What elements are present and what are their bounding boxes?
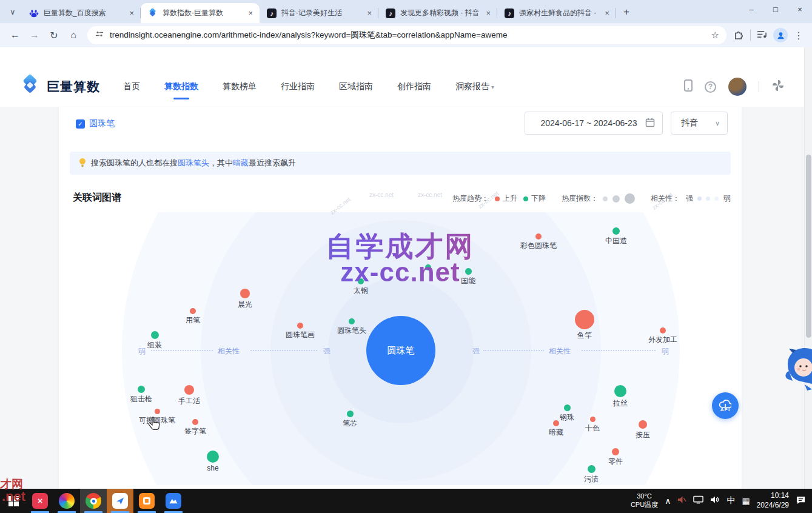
chrome-icon <box>86 493 101 509</box>
minimize-button[interactable]: – <box>739 0 763 18</box>
maximize-button[interactable]: □ <box>763 0 788 18</box>
browser-tab-5[interactable]: ♪♪♪ 强家村生鲜食品的抖音 - 抖音 × <box>497 3 616 23</box>
mobile-app-icon[interactable] <box>684 79 693 94</box>
axis-dotted-segment <box>250 350 317 351</box>
close-icon[interactable]: × <box>246 8 255 18</box>
url-text[interactable]: trendinsight.oceanengine.com/arithmetic-… <box>110 30 706 41</box>
close-icon[interactable]: × <box>365 8 374 18</box>
mascot-character[interactable] <box>780 347 812 397</box>
chart-point-label: she <box>207 464 218 472</box>
network-display-icon[interactable] <box>693 495 703 506</box>
close-icon[interactable]: × <box>484 8 492 18</box>
chart-point-label: 圆珠笔头 <box>337 326 366 336</box>
address-bar[interactable]: trendinsight.oceanengine.com/arithmetic-… <box>87 26 726 44</box>
axis-dotted-segment <box>582 350 656 351</box>
tab-title: 强家村生鲜食品的抖音 - 抖音 <box>519 8 598 18</box>
ime-keyboard-icon[interactable]: ▦ <box>742 496 750 506</box>
user-avatar[interactable] <box>728 78 747 96</box>
platform-value: 抖音 <box>681 118 715 129</box>
trend-up-dot <box>590 417 596 422</box>
site-settings-icon[interactable] <box>95 29 104 41</box>
taskbar-app-blue[interactable] <box>160 489 187 513</box>
chart-point-label: 鱼竿 <box>577 330 592 341</box>
taskbar-app-orange[interactable] <box>133 489 160 513</box>
site-header: 巨量算数 首页 算数指数 算数榜单 行业指南 区域指南 创作指南 洞察报告▾ ? <box>0 67 804 107</box>
browser-tabstrip: ∨ 巨量算数_百度搜索 × 算数指数-巨量算数 × ♪♪♪ 抖音-记录美好生活 … <box>0 0 812 23</box>
window-close-button[interactable]: × <box>788 0 812 18</box>
chart-point-label: 零件 <box>608 457 623 467</box>
taskbar-app-chrome[interactable] <box>80 489 107 513</box>
site-logo[interactable]: 巨量算数 <box>19 75 100 99</box>
forward-icon[interactable]: → <box>25 26 44 44</box>
nav-item-reports[interactable]: 洞察报告▾ <box>455 76 494 97</box>
platform-select[interactable]: 抖音 ∨ <box>671 112 728 135</box>
nav-item-creation[interactable]: 创作指南 <box>397 76 431 97</box>
nav-item-rank[interactable]: 算数榜单 <box>223 76 257 97</box>
date-range-picker[interactable]: 2024-06-17 ~ 2024-06-23 <box>525 112 663 135</box>
muted-speaker-icon[interactable] <box>677 495 686 506</box>
page-scrollbar[interactable] <box>804 47 812 489</box>
nav-item-region[interactable]: 区域指南 <box>339 76 373 97</box>
close-icon[interactable]: × <box>603 8 611 18</box>
help-icon[interactable]: ? <box>705 81 716 93</box>
chart-point-label: 污渍 <box>584 474 599 485</box>
nav-item-industry[interactable]: 行业指南 <box>281 76 315 97</box>
notice-link-rising-word[interactable]: 暗藏 <box>233 158 249 167</box>
api-button-label: API <box>720 407 730 412</box>
chevron-down-icon: ∨ <box>715 119 720 127</box>
red-x-app-icon: × <box>32 493 48 509</box>
oceanengine-icon <box>148 8 158 18</box>
trend-up-dot <box>240 289 250 298</box>
legend-size-dot-large <box>625 193 635 204</box>
keyword-chip[interactable]: ✓ 圆珠笔 <box>76 118 115 129</box>
bookmark-star-icon[interactable]: ☆ <box>711 30 719 41</box>
ime-indicator[interactable]: 中 <box>726 495 735 506</box>
orange-app-icon <box>139 493 155 509</box>
legend-weak-label: 弱 <box>723 193 731 204</box>
browser-tab-3[interactable]: ♪♪♪ 抖音-记录美好生活 × <box>260 3 378 23</box>
extensions-icon[interactable] <box>734 29 744 42</box>
reload-icon[interactable]: ↻ <box>45 26 63 44</box>
chart-point-label: 按压 <box>636 430 650 440</box>
tray-chevron-icon[interactable]: ∧ <box>665 496 671 506</box>
legend-index-label: 热度指数： <box>562 193 598 204</box>
scrollbar-thumb[interactable] <box>806 155 811 338</box>
pinwheel-icon[interactable] <box>771 79 785 95</box>
legend-up-label: 上升 <box>503 193 517 204</box>
toolbar-right: ⋮ <box>731 28 806 42</box>
home-icon[interactable]: ⌂ <box>64 26 82 44</box>
taskbar-app-browser360[interactable] <box>53 489 80 513</box>
tab-title: 发现更多精彩视频 - 抖音搜索 <box>400 8 479 18</box>
api-floating-button[interactable]: API <box>712 392 739 419</box>
trend-up-dot <box>155 409 160 414</box>
close-icon[interactable]: × <box>127 8 136 18</box>
notice-link-related-word[interactable]: 圆珠笔头 <box>178 158 209 167</box>
taskbar-app-arrow[interactable] <box>107 489 133 513</box>
browser-menu-icon[interactable]: ⋮ <box>794 30 804 41</box>
reading-list-icon[interactable] <box>757 30 767 41</box>
browser-tab-1[interactable]: 巨量算数_百度搜索 × <box>22 3 141 23</box>
trend-down-dot <box>151 331 159 339</box>
browser-tab-4[interactable]: ♪♪♪ 发现更多精彩视频 - 抖音搜索 × <box>378 3 497 23</box>
taskbar-clock[interactable]: 10:142024/6/29 <box>757 491 789 510</box>
browser-profile-icon[interactable] <box>773 28 788 42</box>
nav-item-home[interactable]: 首页 <box>123 76 140 97</box>
mouse-cursor-hand <box>147 417 161 434</box>
center-keyword-bubble[interactable]: 圆珠笔 <box>366 316 435 385</box>
trend-up-dot <box>192 419 198 425</box>
nav-item-index-active[interactable]: 算数指数 <box>164 76 198 97</box>
browser-tab-2-active[interactable]: 算数指数-巨量算数 × <box>141 3 260 23</box>
axis-dotted-segment <box>483 350 544 351</box>
chart-point-label: 笔芯 <box>343 418 357 429</box>
cpu-temperature-widget[interactable]: 30°CCPU温度 <box>631 492 658 509</box>
back-icon[interactable]: ← <box>6 26 24 44</box>
lightbulb-icon <box>78 158 87 169</box>
keyword-checkbox[interactable]: ✓ <box>76 119 85 129</box>
new-tab-button[interactable]: + <box>619 4 634 20</box>
legend-corr-dot-3 <box>714 196 719 201</box>
tab-search-icon[interactable]: ∨ <box>5 4 21 20</box>
taskbar-app-red[interactable]: × <box>27 489 53 513</box>
volume-icon[interactable] <box>710 495 720 506</box>
caret-down-icon: ▾ <box>491 84 494 90</box>
notification-center-icon[interactable] <box>796 495 806 507</box>
